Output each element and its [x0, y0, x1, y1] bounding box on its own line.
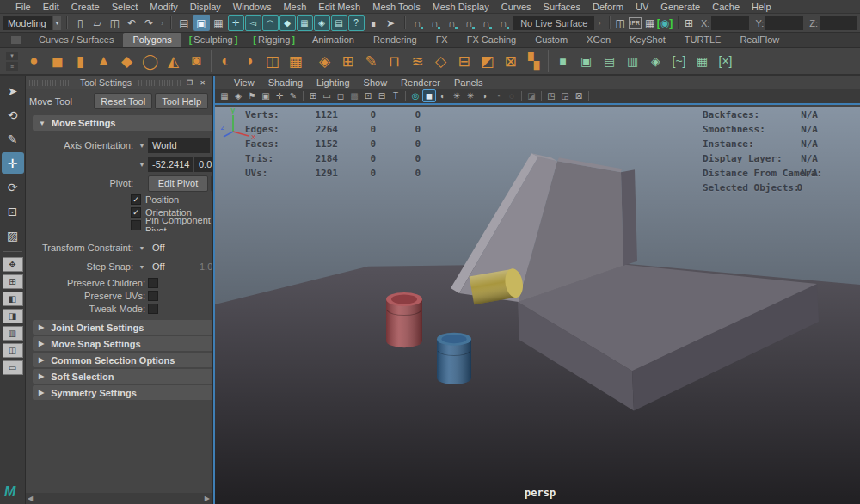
quick-help-icon[interactable]: ?: [348, 15, 365, 31]
motion-blur-icon[interactable]: ◔: [491, 89, 505, 102]
section-symmetry[interactable]: ▶ Symmetry Settings: [33, 385, 212, 400]
sculpt-objects-icon[interactable]: ◈: [644, 50, 667, 73]
axis-orientation-select[interactable]: World: [148, 138, 210, 153]
viewport-menu-item[interactable]: Renderer: [394, 77, 447, 88]
section-joint-orient[interactable]: ▶ Joint Orient Settings: [33, 320, 212, 335]
render-settings-icon[interactable]: [◉]: [657, 17, 673, 29]
snap-to-projected-center-icon[interactable]: ∩: [461, 15, 477, 31]
tab-sculpting[interactable]: [Sculpting]: [181, 33, 246, 47]
snap-to-grid-icon[interactable]: ∩: [409, 15, 426, 31]
dropdown-icon[interactable]: ▼: [136, 143, 148, 149]
persp-outliner-layout[interactable]: ◨: [3, 309, 23, 323]
tab-custom[interactable]: Custom: [525, 33, 577, 47]
position-checkbox[interactable]: ✓: [131, 194, 141, 205]
new-scene-icon[interactable]: ▯: [72, 15, 89, 31]
tool-help-button[interactable]: Tool Help: [155, 93, 208, 109]
menubar-item[interactable]: Deform: [587, 2, 630, 12]
graph-persp-layout[interactable]: ◫: [3, 343, 23, 358]
poly-plane-icon[interactable]: ◆: [115, 50, 138, 73]
rotate-tool[interactable]: ⟳: [2, 176, 24, 198]
use-all-lights-icon[interactable]: ☀: [450, 89, 464, 102]
select-tool[interactable]: ➤: [2, 80, 24, 101]
reset-pivot-button[interactable]: R: [211, 175, 212, 192]
select-curves-icon[interactable]: ◠: [262, 15, 279, 31]
lock-camera-icon[interactable]: ◈: [231, 89, 245, 102]
grease-pencil-icon[interactable]: ✎: [286, 89, 300, 102]
gate-mask-icon[interactable]: ▩: [347, 89, 361, 102]
menubar-item[interactable]: Mesh Display: [427, 2, 495, 12]
pan-zoom-icon[interactable]: ✛: [273, 89, 286, 102]
float-window-icon[interactable]: ❐: [184, 77, 195, 88]
group-collapse-icon[interactable]: ›: [159, 19, 165, 28]
divider[interactable]: [521, 91, 522, 101]
section-soft-selection[interactable]: ▶ Soft Selection: [33, 369, 212, 384]
custom-layout[interactable]: ▭: [3, 360, 23, 375]
z-coordinate-field[interactable]: [820, 16, 857, 30]
relax-sculpt-icon[interactable]: ▤: [598, 50, 621, 73]
custom-axis-field-1[interactable]: -52.2414: [148, 157, 193, 172]
default-material-icon[interactable]: ◎: [408, 89, 422, 102]
menubar-item[interactable]: Windows: [227, 2, 278, 12]
move-tool[interactable]: ✛: [2, 152, 24, 174]
outliner-persp-layout[interactable]: ◧: [3, 292, 23, 306]
insert-edge-loop-icon[interactable]: ⊟: [452, 50, 476, 73]
menubar-item[interactable]: Surfaces: [538, 2, 587, 12]
y-coordinate-field[interactable]: [765, 16, 803, 30]
tab-fx[interactable]: FX: [427, 33, 458, 47]
make-object-live-icon[interactable]: ∩: [495, 15, 512, 31]
orientation-checkbox[interactable]: ✓: [131, 207, 141, 218]
pose-brush-icon[interactable]: [~]: [667, 50, 691, 73]
snap-to-point-icon[interactable]: ∩: [444, 15, 460, 31]
grid-toggle-icon[interactable]: ⊞: [306, 89, 320, 102]
tab-turtle[interactable]: TURTLE: [675, 33, 731, 47]
bracket-mirror-icon[interactable]: [×]: [714, 50, 737, 73]
select-rendering-icon[interactable]: ▤: [331, 15, 347, 31]
tab-animation[interactable]: Animation: [303, 33, 364, 47]
create-polygon-tool-icon[interactable]: ✎: [359, 50, 383, 73]
save-scene-icon[interactable]: ◫: [107, 15, 123, 31]
tab-curves-surfaces[interactable]: Curves / Surfaces: [29, 33, 123, 47]
titlebar-grip[interactable]: [29, 80, 73, 86]
menubar-item[interactable]: Modify: [144, 2, 183, 12]
tab-polygons[interactable]: Polygons: [123, 33, 181, 47]
select-dynamics-icon[interactable]: ◈: [314, 15, 330, 31]
ipr-render-icon[interactable]: IPR: [629, 17, 641, 29]
scale-tool[interactable]: ⊡: [2, 200, 24, 222]
lock-selection-icon[interactable]: ∎: [366, 15, 382, 31]
highlight-selection-icon[interactable]: ➤: [383, 15, 399, 31]
subdiv-proxy-icon[interactable]: ◇: [429, 50, 452, 73]
field-chart-icon[interactable]: ⊡: [361, 89, 375, 102]
move-settings-section[interactable]: ▼ Move Settings: [33, 115, 212, 131]
shelf-tab-toggle-icon[interactable]: ▾: [6, 52, 18, 60]
menubar-item[interactable]: Generate: [654, 2, 706, 12]
shaded-display-icon[interactable]: ◼: [422, 89, 436, 102]
tab-rendering[interactable]: Rendering: [364, 33, 427, 47]
menubar-item[interactable]: Help: [746, 2, 777, 12]
select-camera-icon[interactable]: ▦: [218, 89, 231, 102]
dropdown-icon[interactable]: ▼: [136, 245, 148, 251]
viewport-menu-item[interactable]: Shading: [261, 77, 310, 88]
pin-component-pivot-checkbox[interactable]: [131, 220, 141, 230]
snap-to-curve-icon[interactable]: ∩: [427, 15, 443, 31]
select-hierarchy-icon[interactable]: ▤: [176, 15, 193, 31]
group-collapse-icon[interactable]: ›: [596, 19, 602, 28]
select-deformations-icon[interactable]: ▦: [297, 15, 313, 31]
divider[interactable]: [405, 91, 406, 101]
undo-icon[interactable]: ↶: [124, 15, 140, 31]
close-icon[interactable]: ✕: [197, 77, 208, 88]
dropdown-icon[interactable]: ▼: [136, 264, 148, 270]
lasso-select-tool[interactable]: ⟲: [2, 104, 24, 126]
anti-alias-icon[interactable]: ◌: [505, 89, 519, 102]
shelf-menu-icon[interactable]: ≡: [6, 62, 18, 71]
step-snap-select[interactable]: Off: [148, 260, 194, 274]
section-common-selection[interactable]: ▶ Common Selection Options: [33, 353, 212, 367]
shadows-icon[interactable]: ✳: [464, 89, 477, 102]
open-scene-icon[interactable]: ▱: [89, 15, 106, 31]
last-tool[interactable]: ▨: [2, 224, 24, 246]
menubar-item[interactable]: Mesh Tools: [366, 2, 426, 12]
divider[interactable]: [541, 91, 542, 101]
sculpt-tool-icon[interactable]: ■: [551, 50, 574, 73]
render-frame-icon[interactable]: ▦: [645, 15, 655, 31]
scroll-right-icon[interactable]: ▶: [205, 495, 210, 502]
menubar-item[interactable]: Select: [106, 2, 144, 12]
